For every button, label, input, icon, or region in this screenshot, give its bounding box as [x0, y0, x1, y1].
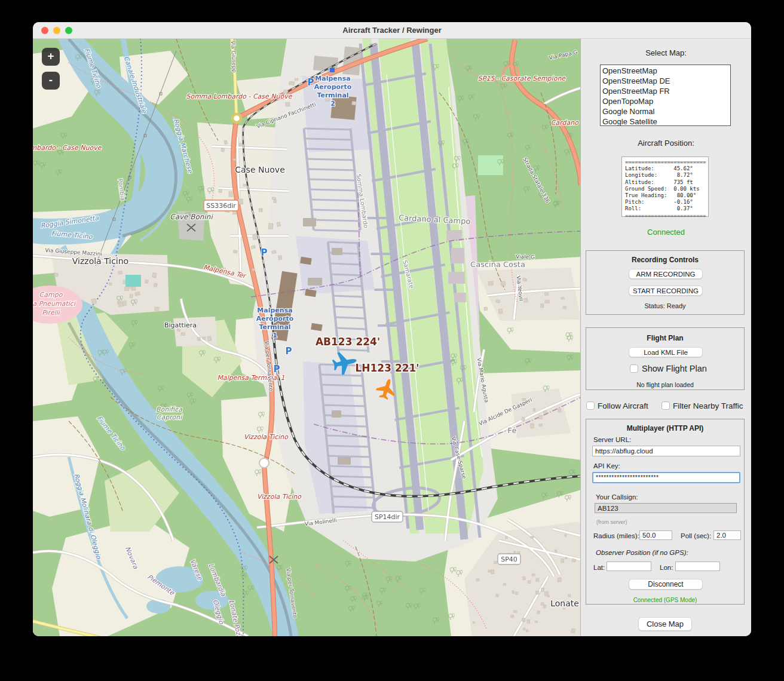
map-label: Case Nuove: [235, 165, 285, 174]
map-label: Pirelli: [42, 309, 61, 317]
select-map-label: Select Map:: [581, 48, 751, 57]
api-key-label: API Key:: [593, 462, 620, 470]
callsign-input[interactable]: AB123: [595, 503, 737, 513]
map-label: Caproni: [157, 413, 183, 421]
map-label: Bigattiera: [164, 321, 197, 329]
map-option[interactable]: Google Satellite: [602, 116, 730, 126]
multiplayer-group: Multiplayer (HTTP API) Server URL: https…: [586, 419, 745, 605]
close-map-button[interactable]: Close Map: [638, 617, 692, 631]
map-label: Fe: [508, 426, 517, 435]
map-zoom-in-button[interactable]: +: [42, 48, 60, 66]
map-label: Terminal: [317, 91, 348, 99]
filter-traffic-checkbox[interactable]: [662, 401, 670, 410]
map-option[interactable]: OpenTopoMap: [602, 96, 730, 106]
svg-text:SP14dir: SP14dir: [375, 513, 400, 521]
start-recording-button[interactable]: START RECORDING: [629, 286, 703, 296]
map-label: Lonate: [550, 599, 579, 608]
follow-aircraft-checkbox[interactable]: [586, 401, 595, 410]
map-canvas[interactable]: SS336dirSP14dirSP40 PPPP Fiume TicinoFiu…: [33, 39, 581, 636]
aircraft-position-label: Aircraft Position:: [581, 139, 751, 148]
map-label: va Pneumatici: [33, 300, 76, 308]
lon-label: Lon:: [660, 564, 673, 571]
control-panel: Select Map: OpenStreetMapOpenStreetMap D…: [581, 39, 751, 636]
title-bar[interactable]: Aircraft Tracker / Rewinger: [33, 22, 751, 39]
map-label: Malpensa: [257, 306, 292, 314]
parking-icon: P: [274, 364, 280, 375]
radius-input[interactable]: 50.0: [639, 530, 672, 540]
recording-controls-group: Recording Controls ARM RECORDING START R…: [586, 250, 745, 315]
filter-traffic-label: Filter Nearby Traffic: [673, 401, 743, 410]
poll-label: Poll (sec):: [681, 532, 711, 539]
map-label: Aeroporto: [256, 315, 294, 323]
api-key-input[interactable]: ************************: [592, 472, 740, 483]
road-badge: SP40: [498, 554, 520, 565]
window-content: SS336dirSP14dirSP40 PPPP Fiume TicinoFiu…: [33, 39, 751, 636]
flight-plan-group: Flight Plan Load KML File Show Flight Pl…: [586, 327, 745, 390]
train-station-icon: [330, 68, 335, 72]
map-label: mbardo - Case Nuove: [33, 144, 102, 152]
load-kml-button[interactable]: Load KML File: [629, 347, 703, 357]
disconnect-button[interactable]: Disconnect: [629, 579, 703, 590]
map-listbox[interactable]: OpenStreetMapOpenStreetMap DEOpenStreetM…: [600, 65, 731, 126]
pool: [125, 275, 141, 287]
parking-icon: P: [261, 247, 268, 258]
map-label: Vizzola Ticino: [244, 433, 289, 441]
app-window: Aircraft Tracker / Rewinger: [33, 22, 751, 636]
map-zoom-out-button[interactable]: -: [42, 72, 60, 90]
map-label: Cave Bonini: [170, 213, 213, 221]
map-label: Vizzola Ticino: [257, 493, 302, 501]
map-label: Campo: [39, 291, 63, 299]
map-label: Bonifica: [156, 406, 182, 413]
map-label: Terminal: [259, 323, 290, 331]
map-label: Cascina Costa: [470, 260, 525, 269]
arm-recording-button[interactable]: ARM RECORDING: [629, 269, 703, 279]
server-url-input[interactable]: https://abflug.cloud: [592, 446, 740, 456]
window-title: Aircraft Tracker / Rewinger: [33, 22, 751, 39]
parking-icon: P: [308, 77, 314, 88]
map-label: Somma Lombardo - Case Nuove: [186, 93, 292, 100]
radius-label: Radius (miles):: [593, 532, 639, 539]
server-url-label: Server URL:: [593, 436, 631, 443]
connection-status: Connected: [581, 228, 751, 237]
map-option[interactable]: OpenStreetMap FR: [602, 86, 730, 96]
map-option[interactable]: Google Normal: [602, 106, 730, 116]
map-label: 1: [272, 332, 277, 339]
svg-text:SP40: SP40: [501, 556, 517, 563]
map-label: Viale G: [516, 253, 535, 260]
map-label: Cardano a: [551, 119, 581, 127]
recording-controls-title: Recording Controls: [586, 256, 744, 264]
map-image: SS336dirSP14dirSP40 PPPP Fiume TicinoFiu…: [33, 39, 581, 636]
multiplayer-status: Connected (GPS Mode): [586, 597, 744, 603]
aircraft-position-box: ========================= Latitude: 45.6…: [621, 157, 709, 217]
flight-plan-status: No flight plan loaded: [586, 381, 744, 388]
map-option[interactable]: OpenStreetMap: [602, 66, 730, 76]
map-option[interactable]: OpenStreetMap DE: [602, 76, 730, 86]
show-flight-plan-checkbox[interactable]: [630, 364, 638, 373]
multiplayer-title: Multiplayer (HTTP API): [586, 424, 744, 432]
lat-label: Lat:: [593, 564, 605, 571]
map-label: Vizzola Ticino: [72, 256, 128, 266]
show-flight-plan-label: Show Flight Plan: [642, 364, 707, 373]
map-label: Aeroporto: [314, 83, 352, 91]
map-label: Malpensa: [315, 75, 350, 82]
road-badge: SP14dir: [372, 511, 403, 522]
map-label: Malpensa Terminal 1: [218, 374, 285, 382]
callsign-label: Your Callsign:: [596, 493, 638, 501]
desktop: Aircraft Tracker / Rewinger: [0, 0, 784, 681]
road-badge: SS336dir: [204, 200, 238, 211]
svg-text:SS336dir: SS336dir: [206, 202, 236, 210]
lon-input[interactable]: [675, 562, 720, 571]
observer-label: Observer Position (if no GPS):: [596, 549, 688, 556]
poll-input[interactable]: 2.0: [713, 530, 741, 540]
map-label: SP15 - Casorate Sempione: [478, 75, 566, 82]
aircraft-label: AB123 224': [316, 336, 380, 348]
aircraft-label: LH123 221': [355, 362, 419, 374]
recording-status: Status: Ready: [586, 302, 744, 309]
lat-input[interactable]: [607, 562, 651, 571]
parking-icon: P: [286, 346, 292, 357]
flight-plan-title: Flight Plan: [586, 334, 744, 342]
follow-aircraft-label: Follow Aircraft: [598, 401, 648, 410]
map-label: 2: [330, 100, 335, 108]
from-server-note: (from server): [596, 519, 627, 525]
